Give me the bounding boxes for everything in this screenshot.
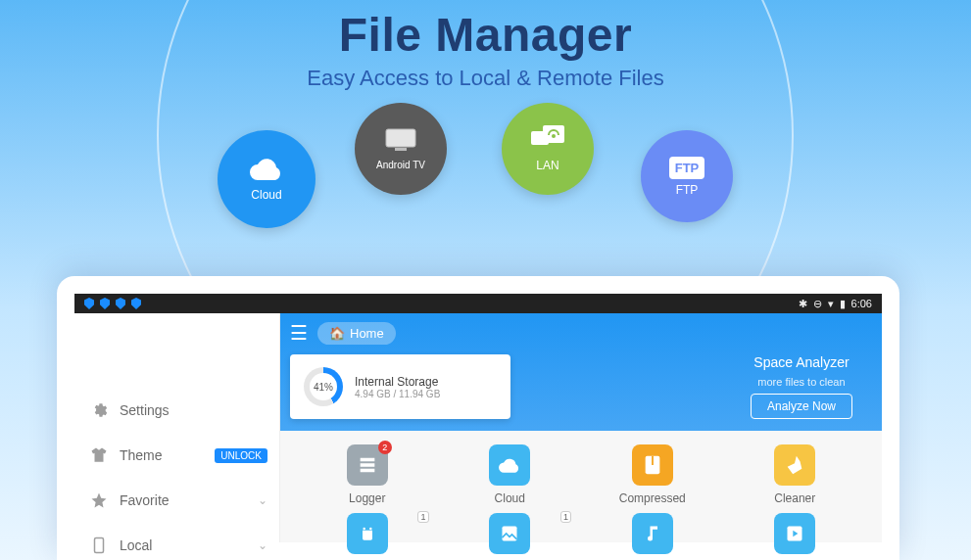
phone-icon <box>90 537 108 554</box>
space-analyzer: Space Analyzer more files to clean Analy… <box>751 354 872 419</box>
analyze-now-button[interactable]: Analyze Now <box>751 394 852 419</box>
sidebar-item-favorite[interactable]: Favorite ⌄ <box>74 478 279 523</box>
svg-rect-5 <box>95 538 104 553</box>
app-compressed[interactable]: Compressed <box>585 444 720 505</box>
sidebar-item-label: Settings <box>120 402 170 418</box>
svg-rect-7 <box>652 456 654 465</box>
sidebar-item-label: Favorite <box>120 492 170 508</box>
app-cleaner[interactable]: Cleaner <box>728 444 863 505</box>
bluetooth-icon: ✱ <box>799 298 807 310</box>
count-badge: 1 <box>417 511 428 523</box>
app-label: Logger <box>349 491 385 505</box>
shield-icon <box>131 298 141 309</box>
bubble-cloud-label: Cloud <box>251 188 281 202</box>
svg-point-9 <box>369 528 372 531</box>
analyzer-subtitle: more files to clean <box>757 376 845 388</box>
tablet-frame: ✱ ⊖ ▾ ▮ 6:06 Settings Theme UNLOCK Favor… <box>57 276 899 560</box>
image-icon <box>489 513 530 554</box>
app-apk[interactable]: 1 <box>300 513 435 554</box>
storage-title: Internal Storage <box>355 375 440 389</box>
app-label: Compressed <box>619 491 686 505</box>
bubble-lan[interactable]: LAN <box>502 103 594 195</box>
svg-rect-1 <box>395 148 407 151</box>
svg-point-8 <box>363 528 365 531</box>
broom-icon <box>774 444 815 486</box>
battery-icon: ▮ <box>840 298 846 310</box>
app-grid: 2 Logger Cloud Compressed <box>280 431 882 560</box>
app-label: Cleaner <box>774 491 815 505</box>
notification-badge: 2 <box>378 441 392 454</box>
bubble-ftp-label: FTP <box>676 183 699 197</box>
statusbar-left <box>84 298 141 309</box>
storage-card[interactable]: 41% Internal Storage 4.94 GB / 11.94 GB <box>290 354 510 419</box>
lan-icon <box>531 125 564 155</box>
zip-icon <box>632 444 673 486</box>
feature-bubbles: Cloud Android TV LAN FTP FTP <box>0 91 971 257</box>
clock-text: 6:06 <box>851 298 872 309</box>
chevron-down-icon: ⌄ <box>258 538 267 552</box>
chevron-down-icon: ⌄ <box>258 493 267 507</box>
status-bar: ✱ ⊖ ▾ ▮ 6:06 <box>74 294 882 313</box>
tv-icon <box>385 128 416 156</box>
dnd-icon: ⊖ <box>813 298 822 310</box>
breadcrumb-home-label: Home <box>350 326 384 341</box>
sidebar-item-label: Local <box>120 537 152 553</box>
sidebar: Settings Theme UNLOCK Favorite ⌄ Local ⌄ <box>74 313 280 542</box>
svg-point-4 <box>552 134 556 138</box>
app-logger[interactable]: 2 Logger <box>300 444 435 505</box>
android-icon <box>347 513 388 554</box>
app-label: Cloud <box>495 491 525 505</box>
shield-icon <box>84 298 94 309</box>
sidebar-item-local[interactable]: Local ⌄ <box>74 523 279 560</box>
sidebar-item-settings[interactable]: Settings <box>74 388 279 433</box>
app-music[interactable] <box>585 513 720 554</box>
video-icon <box>774 513 815 554</box>
sidebar-item-label: Theme <box>120 447 163 463</box>
bubble-tv-label: Android TV <box>376 160 425 170</box>
shield-icon <box>100 298 110 309</box>
svg-rect-0 <box>386 129 415 147</box>
app-video[interactable] <box>728 513 863 554</box>
storage-ring: 41% <box>304 367 343 406</box>
menu-icon[interactable]: ☰ <box>290 321 308 345</box>
storage-detail: 4.94 GB / 11.94 GB <box>355 389 440 399</box>
app-cloud[interactable]: Cloud <box>443 444 578 505</box>
bubble-android-tv[interactable]: Android TV <box>355 103 447 195</box>
analyzer-title: Space Analyzer <box>753 354 849 370</box>
shirt-icon <box>90 446 108 464</box>
shield-icon <box>116 298 125 309</box>
sidebar-item-theme[interactable]: Theme UNLOCK <box>74 433 279 478</box>
app-header: ☰ 🏠 Home 41% Internal Storage 4.94 GB / … <box>280 313 882 431</box>
cloud-icon <box>250 157 283 184</box>
gear-icon <box>90 401 108 419</box>
bubble-cloud[interactable]: Cloud <box>218 130 316 228</box>
logger-icon: 2 <box>347 444 388 486</box>
count-badge: 1 <box>560 511 571 523</box>
main-panel: ☰ 🏠 Home 41% Internal Storage 4.94 GB / … <box>280 313 882 542</box>
bubble-lan-label: LAN <box>536 159 558 172</box>
svg-rect-10 <box>503 527 517 541</box>
music-icon <box>632 513 673 554</box>
breadcrumb-home[interactable]: 🏠 Home <box>317 322 396 345</box>
unlock-badge[interactable]: UNLOCK <box>215 448 267 463</box>
statusbar-right: ✱ ⊖ ▾ ▮ 6:06 <box>799 298 872 310</box>
app-images[interactable]: 1 <box>443 513 578 554</box>
wifi-icon: ▾ <box>828 298 834 310</box>
bubble-ftp[interactable]: FTP FTP <box>641 130 733 222</box>
star-icon <box>90 491 108 509</box>
cloud-icon <box>489 444 530 486</box>
home-icon: 🏠 <box>329 326 345 341</box>
ftp-icon: FTP <box>669 157 705 179</box>
